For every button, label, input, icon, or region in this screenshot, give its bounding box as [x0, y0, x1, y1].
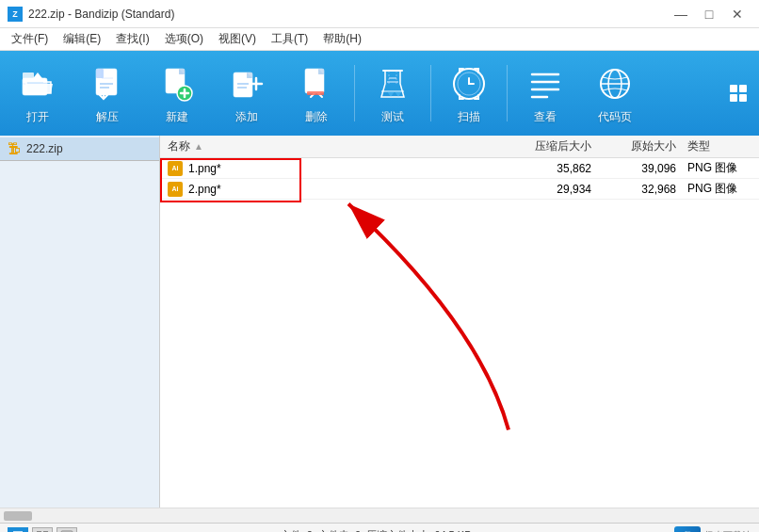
app-icon-label: Z — [12, 9, 18, 19]
extract-icon — [86, 62, 129, 105]
scan-icon — [447, 62, 491, 105]
svg-rect-26 — [739, 85, 747, 92]
extract-label: 解压 — [96, 109, 119, 125]
scan-label: 扫描 — [458, 109, 480, 125]
menu-find[interactable]: 查找(I) — [108, 29, 156, 49]
codepage-icon — [593, 62, 637, 105]
file-compressed-1: 35,862 — [495, 162, 599, 175]
file-row-2[interactable]: Ai 2.png* 29,934 32,968 PNG 图像 — [160, 179, 759, 200]
sort-arrow: ▲ — [194, 141, 203, 152]
status-icons — [8, 527, 77, 533]
watermark: 极 极光下载站 — [674, 526, 751, 533]
file-name-cell-1: Ai 1.png* — [160, 161, 495, 176]
toolbar-separator-2 — [430, 65, 431, 121]
codepage-label: 代码页 — [598, 109, 632, 125]
header-type[interactable]: 类型 — [684, 138, 759, 154]
file-name-cell-2: Ai 2.png* — [160, 182, 495, 197]
icon-view-button[interactable] — [57, 527, 77, 533]
hscroll-thumb[interactable] — [4, 511, 32, 521]
view-label: 查看 — [534, 109, 557, 125]
menu-edit[interactable]: 编辑(E) — [56, 29, 108, 49]
toolbar-separator-3 — [507, 65, 508, 121]
new-icon — [155, 62, 199, 105]
menu-help[interactable]: 帮助(H) — [315, 29, 369, 49]
view-icon — [524, 62, 567, 105]
header-original[interactable]: 原始大小 — [599, 138, 684, 154]
detail-view-button[interactable] — [32, 527, 53, 533]
file-row-1[interactable]: Ai 1.png* 35,862 39,096 PNG 图像 — [160, 158, 759, 179]
status-text: 文件: 2, 文件夹: 0, 压缩文件大小: 64.5 KB — [281, 528, 472, 532]
watermark-text: 极光下载站 — [704, 529, 751, 533]
list-view-button[interactable] — [8, 527, 28, 533]
title-bar-left: Z 222.zip - Bandizip (Standard) — [8, 7, 174, 22]
add-icon — [225, 62, 268, 105]
header-name[interactable]: 名称 ▲ — [160, 138, 495, 154]
menu-view[interactable]: 视图(V) — [211, 29, 264, 49]
file-icon-1: Ai — [168, 161, 183, 176]
content-panel: 名称 ▲ 压缩后大小 原始大小 类型 Ai 1.png* 35,862 39,0… — [160, 136, 759, 508]
toolbar-open-button[interactable]: 打开 — [4, 56, 72, 131]
toolbar-right — [721, 76, 755, 110]
toolbar-delete-button[interactable]: 删除 — [283, 56, 350, 131]
delete-label: 删除 — [305, 109, 328, 125]
open-icon — [16, 62, 59, 105]
toolbar-add-button[interactable]: 添加 — [213, 56, 281, 131]
grid-view-button[interactable] — [721, 76, 755, 110]
toolbar-extract-button[interactable]: 解压 — [73, 56, 141, 131]
hscroll-bar[interactable] — [0, 508, 759, 523]
title-bar-controls: — □ ✕ — [667, 1, 751, 27]
file-type-2: PNG 图像 — [684, 181, 759, 197]
app-icon: Z — [8, 7, 23, 22]
archive-icon: 🗜 — [8, 141, 21, 156]
close-button[interactable]: ✕ — [723, 1, 751, 27]
svg-rect-1 — [23, 73, 34, 80]
svg-rect-27 — [730, 94, 737, 102]
status-bar: 文件: 2, 文件夹: 0, 压缩文件大小: 64.5 KB 极 极光下载站 — [0, 523, 759, 532]
maximize-button[interactable]: □ — [695, 1, 723, 27]
minimize-button[interactable]: — — [667, 1, 695, 27]
svg-rect-16 — [318, 69, 324, 74]
toolbar-test-button[interactable]: 测试 — [359, 56, 427, 131]
menu-tools[interactable]: 工具(T) — [264, 29, 315, 49]
svg-rect-25 — [730, 85, 737, 92]
svg-rect-28 — [739, 94, 747, 102]
file-icon-2: Ai — [168, 182, 183, 197]
svg-rect-7 — [179, 69, 185, 74]
new-label: 新建 — [166, 109, 188, 125]
sidebar: 🗜 222.zip — [0, 136, 160, 508]
file-type-1: PNG 图像 — [684, 160, 759, 176]
sidebar-item-label: 222.zip — [26, 142, 63, 155]
window-title: 222.zip - Bandizip (Standard) — [28, 8, 174, 21]
menu-bar: 文件(F) 编辑(E) 查找(I) 选项(O) 视图(V) 工具(T) 帮助(H… — [0, 28, 759, 51]
open-label: 打开 — [26, 109, 49, 125]
file-original-1: 39,096 — [599, 162, 684, 175]
file-name-2: 2.png* — [188, 183, 221, 196]
toolbar-codepage-button[interactable]: 代码页 — [581, 56, 649, 131]
menu-file[interactable]: 文件(F) — [4, 29, 56, 49]
toolbar-new-button[interactable]: 新建 — [143, 56, 211, 131]
file-name-1: 1.png* — [188, 162, 221, 175]
file-area: 🗜 222.zip 名称 ▲ 压缩后大小 原始大小 类型 Ai 1.png* — [0, 136, 759, 508]
svg-rect-17 — [307, 91, 324, 95]
title-bar: Z 222.zip - Bandizip (Standard) — □ ✕ — [0, 0, 759, 28]
menu-options[interactable]: 选项(O) — [157, 29, 211, 49]
test-label: 测试 — [381, 109, 404, 125]
delete-icon — [295, 62, 338, 105]
add-label: 添加 — [235, 109, 258, 125]
sidebar-item-archive[interactable]: 🗜 222.zip — [0, 137, 159, 161]
toolbar-scan-button[interactable]: 扫描 — [435, 56, 503, 131]
file-compressed-2: 29,934 — [495, 183, 599, 196]
toolbar-separator-1 — [354, 65, 355, 121]
svg-rect-3 — [96, 69, 104, 78]
app-container: Z 222.zip - Bandizip (Standard) — □ ✕ 文件… — [0, 0, 759, 532]
table-header: 名称 ▲ 压缩后大小 原始大小 类型 — [160, 136, 759, 158]
toolbar-view-button[interactable]: 查看 — [511, 56, 579, 131]
header-compressed[interactable]: 压缩后大小 — [495, 138, 599, 154]
test-icon — [371, 62, 414, 105]
watermark-logo: 极 — [674, 526, 701, 533]
file-original-2: 32,968 — [599, 183, 684, 196]
toolbar: 打开 解压 — [0, 51, 759, 136]
